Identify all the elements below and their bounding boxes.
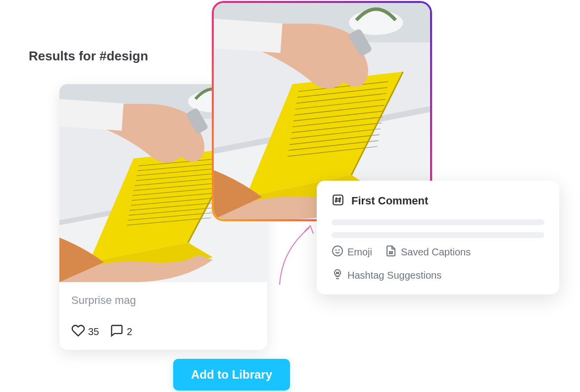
hashtag-suggestions-label: Hashtag Suggestions [347, 270, 441, 281]
likes-count: 35 [88, 326, 99, 338]
likes-stat[interactable]: 35 [71, 324, 99, 340]
post-stats: 35 2 [71, 324, 255, 340]
hashtag-suggestions-action[interactable]: Hashtag Suggestions [332, 268, 544, 283]
svg-point-46 [333, 246, 342, 256]
first-comment-panel: First Comment Emoji Saved Captions Hasht… [317, 181, 559, 294]
connector-arrow-icon [275, 223, 319, 287]
heart-icon [71, 324, 85, 340]
svg-line-43 [339, 197, 340, 203]
emoji-icon [332, 245, 343, 259]
comment-placeholder-line[interactable] [332, 219, 544, 225]
panel-title: First Comment [351, 195, 428, 207]
panel-header: First Comment [332, 194, 544, 208]
svg-point-47 [336, 249, 336, 250]
emoji-action[interactable]: Emoji [332, 245, 372, 259]
panel-actions: Emoji Saved Captions Hashtag Suggestions [332, 245, 544, 283]
svg-rect-39 [214, 19, 283, 53]
file-hashtag-icon [385, 245, 397, 259]
post-caption: Surprise mag [71, 294, 255, 307]
post-body: Surprise mag 35 2 [59, 282, 267, 350]
comment-placeholder-line[interactable] [332, 232, 544, 238]
svg-line-42 [336, 197, 337, 203]
saved-captions-label: Saved Captions [401, 246, 471, 258]
lightbulb-hashtag-icon [332, 268, 343, 283]
comments-count: 2 [127, 326, 132, 338]
svg-rect-19 [59, 99, 124, 131]
comment-icon [110, 324, 124, 340]
svg-rect-41 [333, 195, 343, 205]
svg-point-48 [338, 249, 339, 250]
saved-captions-action[interactable]: Saved Captions [385, 245, 471, 259]
add-to-library-button[interactable]: Add to Library [173, 359, 290, 391]
emoji-label: Emoji [347, 246, 372, 258]
hashtag-box-icon [332, 194, 344, 208]
results-heading: Results for #design [29, 49, 148, 64]
comments-stat[interactable]: 2 [110, 324, 132, 340]
